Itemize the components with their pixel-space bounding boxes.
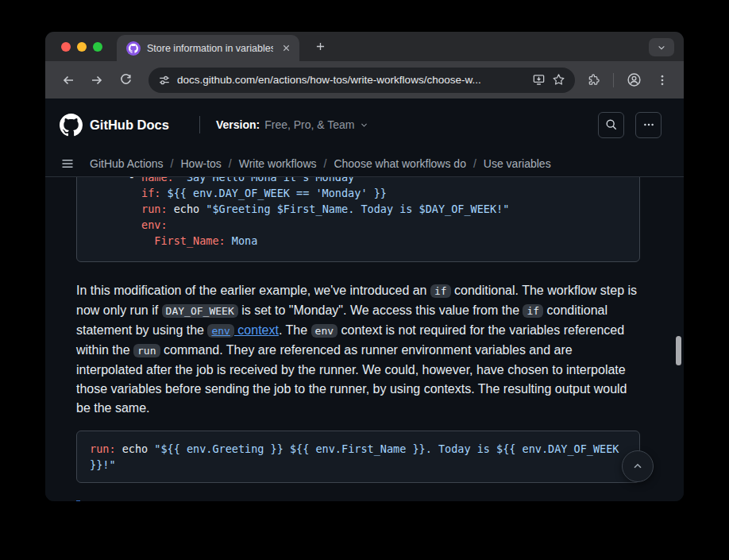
inline-code: env <box>311 324 338 338</box>
window-controls <box>45 42 114 52</box>
new-tab-button[interactable] <box>309 36 331 58</box>
header-actions <box>598 112 662 138</box>
page-viewport: GitHub Docs Version: Free, Pro, & Team <box>45 98 684 501</box>
scroll-to-top-button[interactable] <box>622 450 654 482</box>
breadcrumb-separator: / <box>473 157 476 170</box>
scrollbar-thumb[interactable] <box>676 336 681 365</box>
reload-button[interactable] <box>114 68 137 92</box>
forward-button[interactable] <box>85 68 109 92</box>
breadcrumb-item-write-workflows[interactable]: Write workflows <box>239 157 317 170</box>
profile-icon[interactable] <box>622 68 646 92</box>
code-line: run: echo "$Greeting $First_Name. Today … <box>90 201 627 217</box>
sidebar-toggle-button[interactable] <box>58 154 77 173</box>
inline-code: if <box>430 284 451 298</box>
code-line: env: <box>90 217 627 233</box>
breadcrumb-item-github-actions[interactable]: GitHub Actions <box>90 157 164 170</box>
github-docs-favicon-icon <box>126 41 141 56</box>
breadcrumb-separator: / <box>324 157 327 170</box>
browser-window: Store information in variables <box>45 32 684 501</box>
site-header: GitHub Docs Version: Free, Pro, & Team <box>45 98 684 177</box>
breadcrumb-item-choose-what-workflows-do[interactable]: Choose what workflows do <box>334 157 466 170</box>
tab-title: Store information in variables <box>147 43 273 54</box>
github-docs-home-link[interactable]: GitHub Docs <box>60 114 169 137</box>
bookmark-star-icon[interactable] <box>552 73 565 87</box>
toolbar-divider <box>613 73 614 87</box>
desktop-background: Store information in variables <box>0 0 729 560</box>
close-window-button[interactable] <box>61 42 71 52</box>
code-line: - name: "Say Hello Mona it's Monday" <box>90 177 627 185</box>
inline-code-link[interactable]: env <box>207 324 233 338</box>
code-line: run: echo "${{ env.Greeting }} ${{ env.F… <box>90 441 627 457</box>
tab-strip: Store information in variables <box>45 32 684 61</box>
inline-code: if <box>523 304 543 318</box>
breadcrumb-item-use-variables[interactable]: Use variables <box>484 157 551 170</box>
tab-search-button[interactable] <box>649 38 674 56</box>
breadcrumb-item-how-tos[interactable]: How-tos <box>181 157 222 170</box>
search-button[interactable] <box>598 112 624 138</box>
header-divider <box>199 116 200 133</box>
inline-code: DAY_OF_WEEK <box>162 304 238 318</box>
run-command-code-block: run: echo "${{ env.Greeting }} ${{ env.F… <box>76 431 640 483</box>
fullscreen-window-button[interactable] <box>93 42 102 52</box>
extensions-icon[interactable] <box>581 68 605 92</box>
body-paragraph: In this modification of the earlier exam… <box>76 281 640 418</box>
breadcrumb-separator: / <box>171 157 174 170</box>
browser-toolbar: docs.github.com/en/actions/how-tos/write… <box>45 61 684 98</box>
url-text[interactable]: docs.github.com/en/actions/how-tos/write… <box>177 74 526 86</box>
install-app-icon[interactable] <box>532 73 546 87</box>
brand-title: GitHub Docs <box>90 118 169 133</box>
code-line: if: ${{ env.DAY_OF_WEEK == 'Monday' }} <box>90 185 627 201</box>
browser-menu-icon[interactable] <box>650 68 674 92</box>
browser-tab[interactable]: Store information in variables <box>117 35 299 61</box>
breadcrumb-row: GitHub Actions / How-tos / Write workflo… <box>45 151 684 176</box>
version-value: Free, Pro, & Team <box>264 118 354 131</box>
minimize-window-button[interactable] <box>77 42 87 52</box>
clipped-element <box>76 500 80 501</box>
site-header-row: GitHub Docs Version: Free, Pro, & Team <box>45 98 684 151</box>
breadcrumb: GitHub Actions / How-tos / Write workflo… <box>90 157 551 170</box>
yaml-code-block: - name: "Say Hello Mona it's Monday" if:… <box>76 177 640 262</box>
article-content: - name: "Say Hello Mona it's Monday" if:… <box>45 177 684 501</box>
back-button[interactable] <box>56 68 80 92</box>
version-picker[interactable]: Version: Free, Pro, & Team <box>216 118 368 131</box>
version-label: Version: <box>216 118 260 131</box>
site-settings-icon[interactable] <box>158 74 171 87</box>
code-line: First_Name: Mona <box>90 233 627 249</box>
header-menu-button[interactable] <box>635 112 662 138</box>
tab-close-icon[interactable] <box>280 41 293 55</box>
code-line: }}!" <box>90 457 627 473</box>
inline-link[interactable]: context <box>234 323 279 337</box>
address-bar[interactable]: docs.github.com/en/actions/how-tos/write… <box>148 68 575 93</box>
toolbar-actions <box>581 68 674 92</box>
breadcrumb-separator: / <box>229 157 232 170</box>
github-logo-icon <box>60 114 83 137</box>
inline-code: run <box>133 344 160 357</box>
chevron-down-icon <box>360 121 368 129</box>
